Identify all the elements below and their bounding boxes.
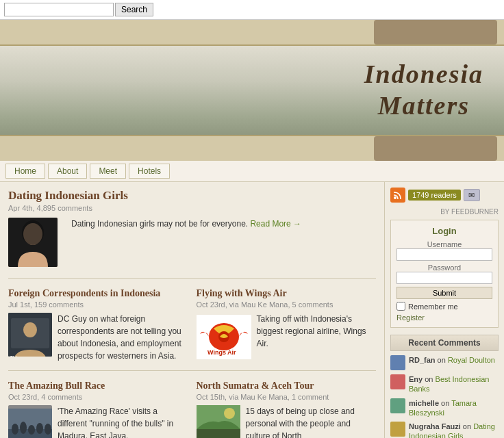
username-label: Username [396,240,492,248]
main-layout: Dating Indonesian Girls Apr 4th, 4,895 c… [0,182,504,438]
svg-rect-19 [197,429,240,438]
comment-avatar [390,422,405,437]
comment-avatar [390,398,405,413]
ornament-decoration-bottom [374,136,497,161]
feed-section: 1749 readers ✉ [390,188,499,203]
article-wings: Flying with Wings Air Oct 23rd, via Mau … [197,288,377,362]
nav-about[interactable]: About [48,164,87,179]
article-text-dating: Dating Indonesian girls may not be for e… [71,219,248,229]
read-more-link[interactable]: Read More → [250,219,301,229]
article-photo-dating [8,218,58,267]
sidebar: 1749 readers ✉ BY FEEDBURNER Login Usern… [384,182,504,438]
search-input[interactable] [4,3,114,16]
top-bar: Search [0,0,504,20]
wings-air-logo: Wings Air [197,313,251,361]
comment-item: Eny on Best Indonesian Banks [390,374,499,394]
article-title-sumatra: North Sumatra & Aceh Tour [197,381,377,391]
username-input[interactable] [396,248,492,261]
two-col-section-2: The Amazing Bull Race Oct 23rd, 4 commen… [8,381,376,438]
bottom-ornament [0,135,504,161]
top-ornament [0,20,504,46]
password-label: Password [396,263,492,272]
svg-point-17 [45,424,51,435]
comment-avatar [390,374,405,389]
svg-point-5 [23,322,37,337]
rss-icon[interactable] [390,188,405,203]
article-title-foreign: Foreign Correspondents in Indonesia [8,288,188,299]
content-area: Dating Indonesian Girls Apr 4th, 4,895 c… [0,182,384,438]
svg-point-21 [394,196,396,199]
article-photo-bull [8,405,52,438]
site-title-text: Indonesia Matters [364,59,483,121]
comment-text: michelle on Tamara Bleszynski [409,398,499,418]
article-title-wings: Flying with Wings Air [197,288,377,299]
svg-text:Wings Air: Wings Air [207,349,236,356]
password-input[interactable] [396,272,492,284]
ornament-decoration [374,20,497,44]
comment-avatar [390,355,405,370]
svg-point-14 [20,422,27,434]
comment-item: Nugraha Fauzi on Dating Indonesian Girls [390,422,499,438]
svg-point-15 [28,425,35,435]
article-title-dating: Dating Indonesian Girls [8,189,376,203]
article-sumatra: North Sumatra & Aceh Tour Oct 15th, via … [197,381,377,438]
remember-me-section: Remember me [396,302,492,311]
comment-item: michelle on Tamara Bleszynski [390,398,499,418]
email-icon[interactable]: ✉ [464,189,480,201]
svg-point-2 [22,220,44,245]
login-box: Login Username Password Submit Remember … [390,220,499,328]
comment-text: Nugraha Fauzi on Dating Indonesian Girls [409,422,499,438]
nav-home[interactable]: Home [5,164,45,179]
nav-hotels[interactable]: Hotels [129,164,170,179]
remember-me-label: Remember me [408,302,458,311]
recent-comments: Recent Comments RD_fan on Royal Doulton … [390,335,499,438]
comment-link[interactable]: Royal Doulton [448,356,495,364]
article-foreign: Foreign Correspondents in Indonesia Jul … [8,288,188,362]
svg-text:TV: TV [10,355,17,357]
remember-me-checkbox[interactable] [396,302,405,311]
main-article-dating: Dating Indonesian Girls Apr 4th, 4,895 c… [8,189,376,279]
article-meta-bull: Oct 23rd, 4 comments [8,393,188,401]
site-title: Indonesia Matters [364,59,483,121]
navigation: Home About Meet Hotels [0,161,504,182]
feedburner-label: BY FEEDBURNER [390,208,499,216]
article-photo-sumatra [197,405,240,438]
login-title: Login [396,226,492,236]
article-meta-sumatra: Oct 15th, via Mau Ke Mana, 1 comment [197,393,377,401]
person-avatar [8,218,58,267]
article-meta-wings: Oct 23rd, via Mau Ke Mana, 5 comments [197,300,377,309]
article-meta-dating: Apr 4th, 4,895 comments [8,204,376,212]
article-meta-foreign: Jul 1st, 159 comments [8,300,188,309]
submit-button[interactable]: Submit [396,287,492,299]
nav-meet[interactable]: Meet [90,164,126,179]
comment-text: RD_fan on Royal Doulton [409,355,495,365]
register-link[interactable]: Register [396,313,492,322]
comment-text: Eny on Best Indonesian Banks [409,374,499,394]
feedburner-badge: 1749 readers [408,190,461,201]
svg-point-16 [36,423,43,434]
two-col-section-1: Foreign Correspondents in Indonesia Jul … [8,288,376,371]
article-title-bull: The Amazing Bull Race [8,381,188,391]
svg-point-13 [12,424,18,435]
article-photo-foreign: TV [8,313,52,357]
header-banner: Indonesia Matters [0,46,504,135]
recent-comments-title: Recent Comments [390,335,499,351]
search-button[interactable]: Search [115,3,153,16]
svg-point-20 [224,408,235,419]
comment-item: RD_fan on Royal Doulton [390,355,499,370]
article-bull: The Amazing Bull Race Oct 23rd, 4 commen… [8,381,188,438]
